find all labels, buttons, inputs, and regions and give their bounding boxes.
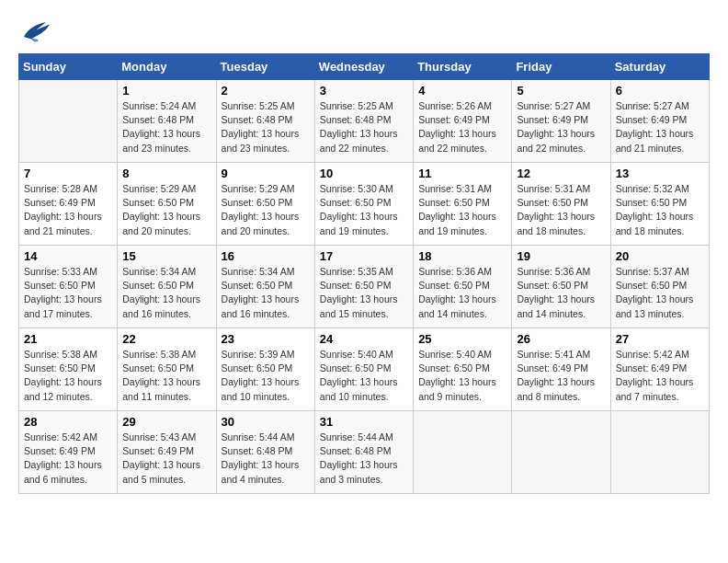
calendar-cell — [610, 411, 709, 494]
calendar-cell: 28Sunrise: 5:42 AM Sunset: 6:49 PM Dayli… — [19, 411, 118, 494]
day-info: Sunrise: 5:25 AM Sunset: 6:48 PM Dayligh… — [320, 99, 408, 155]
day-number: 7 — [24, 167, 112, 180]
calendar-cell: 20Sunrise: 5:37 AM Sunset: 6:50 PM Dayli… — [610, 246, 709, 328]
day-number: 1 — [122, 84, 210, 98]
calendar-cell: 27Sunrise: 5:42 AM Sunset: 6:49 PM Dayli… — [610, 328, 709, 411]
calendar-cell: 6Sunrise: 5:27 AM Sunset: 6:49 PM Daylig… — [610, 80, 709, 163]
calendar-cell: 23Sunrise: 5:39 AM Sunset: 6:50 PM Dayli… — [216, 328, 314, 411]
day-number: 5 — [517, 84, 605, 98]
calendar-cell: 30Sunrise: 5:44 AM Sunset: 6:48 PM Dayli… — [216, 411, 314, 494]
day-info: Sunrise: 5:29 AM Sunset: 6:50 PM Dayligh… — [122, 182, 210, 238]
calendar-cell: 22Sunrise: 5:38 AM Sunset: 6:50 PM Dayli… — [118, 328, 216, 411]
calendar-cell: 21Sunrise: 5:38 AM Sunset: 6:50 PM Dayli… — [19, 328, 118, 411]
day-info: Sunrise: 5:28 AM Sunset: 6:49 PM Dayligh… — [24, 182, 112, 238]
day-number: 23 — [222, 332, 310, 346]
calendar-cell: 7Sunrise: 5:28 AM Sunset: 6:49 PM Daylig… — [19, 163, 118, 246]
day-info: Sunrise: 5:34 AM Sunset: 6:50 PM Dayligh… — [122, 265, 210, 321]
day-info: Sunrise: 5:40 AM Sunset: 6:50 PM Dayligh… — [320, 348, 408, 404]
calendar-cell: 17Sunrise: 5:35 AM Sunset: 6:50 PM Dayli… — [314, 246, 413, 328]
day-number: 30 — [222, 415, 310, 429]
day-number: 8 — [122, 167, 210, 180]
day-number: 28 — [24, 415, 112, 429]
week-row-5: 28Sunrise: 5:42 AM Sunset: 6:49 PM Dayli… — [19, 411, 710, 494]
calendar-cell: 25Sunrise: 5:40 AM Sunset: 6:50 PM Dayli… — [414, 328, 512, 411]
week-row-2: 7Sunrise: 5:28 AM Sunset: 6:49 PM Daylig… — [19, 163, 710, 246]
day-number: 2 — [222, 84, 310, 98]
day-info: Sunrise: 5:29 AM Sunset: 6:50 PM Dayligh… — [222, 182, 310, 238]
day-number: 15 — [122, 249, 210, 263]
day-info: Sunrise: 5:25 AM Sunset: 6:48 PM Dayligh… — [222, 99, 310, 155]
calendar-cell: 9Sunrise: 5:29 AM Sunset: 6:50 PM Daylig… — [216, 163, 314, 246]
page-header — [18, 18, 710, 44]
day-number: 26 — [517, 332, 605, 346]
calendar-cell: 24Sunrise: 5:40 AM Sunset: 6:50 PM Dayli… — [314, 328, 413, 411]
calendar-header: SundayMondayTuesdayWednesdayThursdayFrid… — [19, 54, 710, 80]
calendar-cell: 11Sunrise: 5:31 AM Sunset: 6:50 PM Dayli… — [414, 163, 512, 246]
calendar-cell: 10Sunrise: 5:30 AM Sunset: 6:50 PM Dayli… — [314, 163, 413, 246]
day-number: 14 — [24, 249, 112, 263]
column-header-wednesday: Wednesday — [314, 54, 413, 80]
day-info: Sunrise: 5:37 AM Sunset: 6:50 PM Dayligh… — [616, 265, 704, 321]
day-info: Sunrise: 5:42 AM Sunset: 6:49 PM Dayligh… — [24, 431, 112, 487]
day-number: 18 — [418, 249, 506, 263]
calendar-cell — [414, 411, 512, 494]
day-number: 31 — [320, 415, 408, 429]
day-number: 3 — [320, 84, 408, 98]
column-header-tuesday: Tuesday — [216, 54, 314, 80]
day-number: 25 — [418, 332, 506, 346]
column-header-thursday: Thursday — [414, 54, 512, 80]
day-info: Sunrise: 5:36 AM Sunset: 6:50 PM Dayligh… — [517, 265, 605, 321]
day-number: 29 — [122, 415, 210, 429]
calendar-cell: 18Sunrise: 5:36 AM Sunset: 6:50 PM Dayli… — [414, 246, 512, 328]
day-number: 9 — [222, 167, 310, 180]
day-number: 16 — [222, 249, 310, 263]
day-number: 10 — [320, 167, 408, 180]
day-info: Sunrise: 5:34 AM Sunset: 6:50 PM Dayligh… — [222, 265, 310, 321]
calendar-cell: 26Sunrise: 5:41 AM Sunset: 6:49 PM Dayli… — [512, 328, 610, 411]
column-header-sunday: Sunday — [19, 54, 118, 80]
calendar-cell: 12Sunrise: 5:31 AM Sunset: 6:50 PM Dayli… — [512, 163, 610, 246]
calendar-cell: 5Sunrise: 5:27 AM Sunset: 6:49 PM Daylig… — [512, 80, 610, 163]
header-row: SundayMondayTuesdayWednesdayThursdayFrid… — [19, 54, 710, 80]
day-info: Sunrise: 5:44 AM Sunset: 6:48 PM Dayligh… — [222, 431, 310, 487]
calendar-cell: 1Sunrise: 5:24 AM Sunset: 6:48 PM Daylig… — [118, 80, 216, 163]
calendar-cell: 14Sunrise: 5:33 AM Sunset: 6:50 PM Dayli… — [19, 246, 118, 328]
calendar-cell: 2Sunrise: 5:25 AM Sunset: 6:48 PM Daylig… — [216, 80, 314, 163]
calendar-cell: 19Sunrise: 5:36 AM Sunset: 6:50 PM Dayli… — [512, 246, 610, 328]
day-info: Sunrise: 5:26 AM Sunset: 6:49 PM Dayligh… — [418, 99, 506, 155]
day-number: 13 — [616, 167, 704, 180]
day-number: 17 — [320, 249, 408, 263]
day-info: Sunrise: 5:39 AM Sunset: 6:50 PM Dayligh… — [222, 348, 310, 404]
day-info: Sunrise: 5:24 AM Sunset: 6:48 PM Dayligh… — [122, 99, 210, 155]
day-number: 12 — [517, 167, 605, 180]
logo-bird-icon — [20, 18, 50, 44]
day-info: Sunrise: 5:44 AM Sunset: 6:48 PM Dayligh… — [320, 431, 408, 487]
column-header-friday: Friday — [512, 54, 610, 80]
week-row-3: 14Sunrise: 5:33 AM Sunset: 6:50 PM Dayli… — [19, 246, 710, 328]
calendar-cell: 4Sunrise: 5:26 AM Sunset: 6:49 PM Daylig… — [414, 80, 512, 163]
calendar-cell: 13Sunrise: 5:32 AM Sunset: 6:50 PM Dayli… — [610, 163, 709, 246]
day-info: Sunrise: 5:31 AM Sunset: 6:50 PM Dayligh… — [517, 182, 605, 238]
day-info: Sunrise: 5:38 AM Sunset: 6:50 PM Dayligh… — [24, 348, 112, 404]
logo — [18, 18, 50, 44]
day-info: Sunrise: 5:38 AM Sunset: 6:50 PM Dayligh… — [122, 348, 210, 404]
calendar-cell — [512, 411, 610, 494]
calendar-table: SundayMondayTuesdayWednesdayThursdayFrid… — [18, 53, 710, 494]
day-info: Sunrise: 5:41 AM Sunset: 6:49 PM Dayligh… — [517, 348, 605, 404]
day-info: Sunrise: 5:43 AM Sunset: 6:49 PM Dayligh… — [122, 431, 210, 487]
day-number: 19 — [517, 249, 605, 263]
day-info: Sunrise: 5:36 AM Sunset: 6:50 PM Dayligh… — [418, 265, 506, 321]
day-info: Sunrise: 5:31 AM Sunset: 6:50 PM Dayligh… — [418, 182, 506, 238]
day-number: 22 — [122, 332, 210, 346]
day-number: 6 — [616, 84, 704, 98]
calendar-cell: 16Sunrise: 5:34 AM Sunset: 6:50 PM Dayli… — [216, 246, 314, 328]
calendar-cell: 31Sunrise: 5:44 AM Sunset: 6:48 PM Dayli… — [314, 411, 413, 494]
day-number: 24 — [320, 332, 408, 346]
calendar-body: 1Sunrise: 5:24 AM Sunset: 6:48 PM Daylig… — [19, 80, 710, 494]
day-info: Sunrise: 5:27 AM Sunset: 6:49 PM Dayligh… — [517, 99, 605, 155]
calendar-cell: 3Sunrise: 5:25 AM Sunset: 6:48 PM Daylig… — [314, 80, 413, 163]
week-row-4: 21Sunrise: 5:38 AM Sunset: 6:50 PM Dayli… — [19, 328, 710, 411]
day-info: Sunrise: 5:40 AM Sunset: 6:50 PM Dayligh… — [418, 348, 506, 404]
day-info: Sunrise: 5:32 AM Sunset: 6:50 PM Dayligh… — [616, 182, 704, 238]
column-header-saturday: Saturday — [610, 54, 709, 80]
